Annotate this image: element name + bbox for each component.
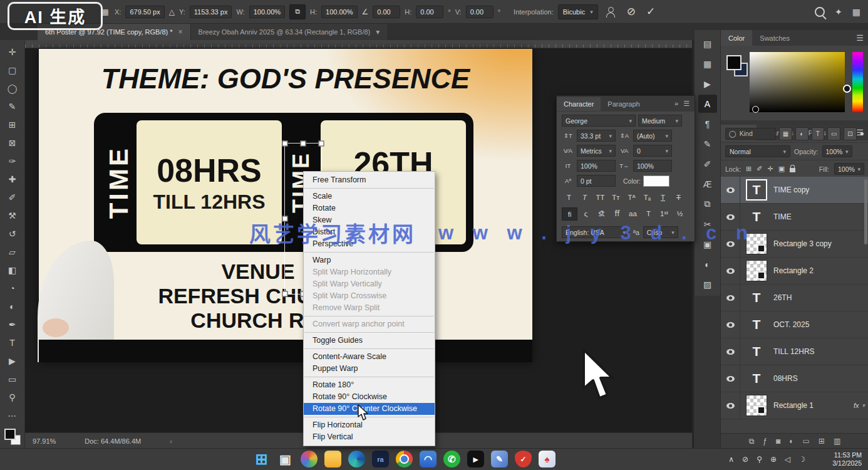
layer-name[interactable]: 08HRS (773, 374, 798, 383)
layer-thumbnail[interactable]: T (746, 341, 767, 362)
design-app-icon[interactable]: ✎ (491, 451, 508, 467)
baseline-shift-input[interactable]: 0 pt (577, 175, 616, 187)
superscript-button[interactable]: Tᴬ (624, 191, 639, 203)
visibility-eye-icon[interactable] (721, 311, 740, 338)
foreground-color-swatch[interactable] (726, 55, 741, 70)
doc-tab-inactive[interactable]: Breezy Obah Anniv 2025 @ 63.34 (Rectangl… (190, 24, 388, 40)
leading-input[interactable]: (Auto) ▾ (633, 130, 672, 142)
h-skew-input[interactable]: 0.00 (416, 6, 443, 18)
tab-character[interactable]: Character (557, 97, 601, 111)
layer-name[interactable]: TILL 12HRS (773, 347, 815, 356)
transform-handle[interactable] (282, 216, 288, 222)
panel-menu-icon[interactable]: ☰ (856, 33, 864, 43)
height-input[interactable]: 100.00% (321, 6, 357, 18)
code-app-icon[interactable]: ra (372, 451, 389, 467)
kerning-input[interactable]: Metrics ▾ (577, 145, 616, 157)
horizontal-scale-input[interactable]: 100% (633, 160, 672, 172)
menu-item-content-aware-scale[interactable]: Content-Aware Scale (304, 351, 435, 363)
tab-color[interactable]: Color (721, 30, 752, 46)
start-button[interactable]: ⊞ (253, 451, 270, 467)
eyedropper-tool-icon[interactable]: ✑ (4, 152, 21, 169)
link-layers-icon[interactable]: ⧉ (749, 437, 755, 446)
menu-item-rotate-180[interactable]: Rotate 180° (304, 379, 435, 391)
brush-settings-panel-icon[interactable]: ✎ (698, 135, 717, 153)
contextual-alternates-button[interactable]: ς (579, 207, 593, 219)
v-skew-input[interactable]: 0.00 (466, 6, 493, 18)
opacity-input[interactable]: 100% ▾ (822, 145, 852, 157)
y-input[interactable]: 1153.33 px (190, 6, 232, 18)
menu-item-rotate-90-cw[interactable]: Rotate 90° Clockwise (304, 391, 435, 403)
layer-thumbnail[interactable]: T (746, 206, 767, 227)
clone-stamp-tool-icon[interactable]: ⚒ (4, 207, 21, 224)
filter-type-layers-icon[interactable]: T (812, 127, 825, 140)
menu-item-rotate[interactable]: Rotate (304, 202, 435, 214)
faux-italic-button[interactable]: T (577, 191, 592, 203)
filter-shape-layers-icon[interactable]: ▭ (827, 127, 840, 140)
language-dropdown[interactable]: English: USA ▾ (562, 226, 629, 238)
hue-slider[interactable] (852, 52, 863, 112)
discover-sparkle-icon[interactable]: ✦ (835, 7, 842, 17)
underline-button[interactable]: T (656, 191, 670, 203)
layer-row-till-12hrs[interactable]: T TILL 12HRS (721, 338, 868, 365)
layer-mask-icon[interactable]: ◙ (776, 437, 780, 446)
filter-toggle-icon[interactable]: ● (860, 129, 864, 138)
layer-thumbnail[interactable] (746, 395, 767, 416)
tab-paragraph[interactable]: Paragraph (601, 97, 646, 111)
patterns-panel-icon[interactable]: ▨ (698, 275, 717, 293)
font-size-input[interactable]: 33.3 pt ▾ (577, 130, 616, 142)
black-app-icon[interactable]: ▸ (467, 451, 484, 467)
quick-selection-tool-icon[interactable]: ✎ (4, 98, 21, 115)
menu-item-flip-vertical[interactable]: Flip Vertical (304, 431, 435, 443)
zoom-level[interactable]: 97.91% (33, 437, 56, 445)
move-tool-icon[interactable]: ✛ (4, 43, 21, 60)
titling-alternates-button[interactable]: T (641, 207, 656, 219)
ordinals-button[interactable]: 1ˢᵗ (657, 207, 671, 219)
filter-adjustment-layers-icon[interactable]: ◐ (795, 127, 809, 140)
delete-layer-icon[interactable]: ▥ (834, 437, 840, 446)
foreground-background-swatches[interactable] (4, 429, 21, 445)
shape-tool-icon[interactable]: ▭ (4, 370, 21, 387)
eraser-tool-icon[interactable]: ▱ (4, 243, 21, 260)
status-options-arrow[interactable]: › (170, 437, 172, 445)
adjustment-layer-icon[interactable]: ◐ (789, 437, 793, 446)
transform-handle[interactable] (319, 141, 324, 147)
small-caps-button[interactable]: Tᴛ (609, 191, 623, 203)
zoom-tool-icon[interactable]: ⚲ (4, 389, 21, 405)
layer-thumbnail[interactable]: T (746, 287, 767, 308)
lock-artboard-icon[interactable]: ▣ (778, 165, 785, 173)
layer-name[interactable]: TIME (773, 212, 792, 221)
hidden-icons-chevron[interactable]: ∧ (728, 455, 734, 464)
strikethrough-button[interactable]: T (671, 191, 686, 203)
layer-thumbnail[interactable] (746, 260, 767, 281)
libraries-panel-icon[interactable]: ▦ (698, 55, 717, 73)
canvas-document[interactable]: THEME: GOD'S PRESENCE TIME 08HRS TILL 12… (39, 49, 532, 362)
lasso-tool-icon[interactable]: ◯ (4, 80, 21, 97)
font-family-dropdown[interactable]: George ▾ (562, 115, 636, 127)
foreground-color-swatch[interactable] (4, 429, 16, 440)
type-tool-icon[interactable]: T (4, 334, 21, 351)
gradient-tool-icon[interactable]: ◧ (4, 261, 21, 278)
layer-name[interactable]: TIME copy (773, 185, 809, 194)
security-shield-icon[interactable]: ✓ (515, 451, 532, 467)
layer-row-08hrs[interactable]: T 08HRS (721, 365, 868, 392)
fractions-button[interactable]: ½ (673, 207, 687, 219)
foreground-background-swatches[interactable] (726, 55, 748, 76)
delta-icon[interactable]: △ (169, 8, 175, 16)
color-picker-dot[interactable] (752, 106, 759, 113)
cancel-transform-button[interactable]: ⊘ (627, 5, 636, 18)
file-explorer-icon[interactable] (324, 451, 341, 467)
lock-image-pixels-icon[interactable]: ✐ (757, 165, 762, 173)
discretionary-ligatures-button[interactable]: ﬆ (594, 207, 609, 219)
menu-item-scale[interactable]: Scale (304, 191, 435, 202)
panel-menu-icon[interactable]: ☰ (683, 100, 690, 108)
layer-row-rectangle-2[interactable]: Rectangle 2 (721, 258, 868, 285)
menu-item-distort[interactable]: Distort (304, 226, 435, 238)
layer-thumbnail[interactable] (746, 233, 767, 254)
healing-brush-tool-icon[interactable]: ✚ (4, 170, 21, 187)
visibility-eye-icon[interactable] (721, 204, 740, 230)
dodge-tool-icon[interactable]: ◐ (4, 298, 21, 315)
fill-input[interactable]: 100% ▾ (834, 163, 864, 175)
close-tab-icon[interactable]: × (178, 28, 183, 36)
layers-scrollbar[interactable] (864, 179, 867, 244)
visibility-eye-icon[interactable] (721, 258, 740, 284)
